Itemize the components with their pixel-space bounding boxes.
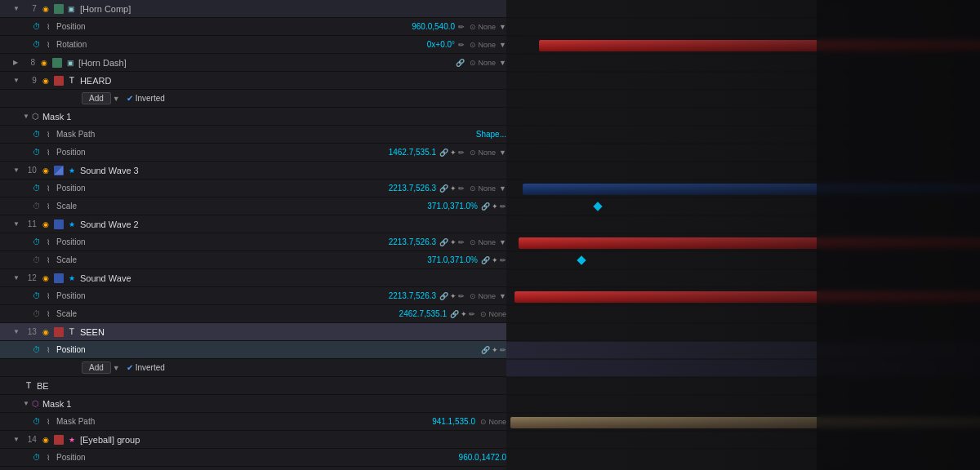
- dropdown-arrow[interactable]: ▼: [499, 23, 506, 31]
- dropdown-arrow[interactable]: ▼: [499, 292, 506, 300]
- property-value: 960.0,540.0: [412, 22, 455, 31]
- dropdown-arrow[interactable]: ▼: [113, 364, 120, 372]
- layer-color: [54, 166, 64, 175]
- inverted-label: Inverted: [136, 94, 165, 103]
- icons-group: 🔗 ✦ ✏: [439, 184, 465, 193]
- dropdown-arrow[interactable]: ▼: [499, 41, 506, 49]
- stopwatch-icon[interactable]: ⏱: [33, 22, 41, 31]
- add-button[interactable]: Add: [82, 361, 111, 374]
- layer-name: HEARD: [80, 76, 506, 86]
- layer-row[interactable]: ▼ 7 ◉ ▣ [Horn Comp]: [0, 0, 506, 18]
- solo-icon: ◉: [40, 273, 51, 284]
- stopwatch-icon[interactable]: ⏱: [33, 417, 41, 426]
- stopwatch-icon[interactable]: ⏱: [33, 202, 41, 211]
- expand-arrow[interactable]: ▼: [13, 274, 20, 282]
- expand-arrow[interactable]: ▶: [13, 59, 18, 66]
- expand-arrow[interactable]: ▼: [13, 328, 20, 335]
- solo-icon: ◉: [38, 57, 50, 69]
- layer-name: SEEN: [80, 327, 506, 337]
- property-row[interactable]: ⏱ ⌇ Scale 371.0,371.0% 🔗 ✦ ✏: [0, 251, 506, 269]
- dropdown-arrow[interactable]: ▼: [499, 149, 506, 157]
- layer-name: Sound Wave 3: [80, 166, 506, 175]
- stopwatch-icon[interactable]: ⏱: [33, 148, 41, 157]
- property-row[interactable]: ⏱ ⌇ Scale 371.0,371.0% 🔗 ✦ ✏: [0, 197, 506, 215]
- layer-row[interactable]: ▼ 14 ◉ ★ [Eyeball] group: [0, 431, 506, 449]
- layer-color: [54, 4, 64, 14]
- expand-arrow[interactable]: ▼: [23, 400, 29, 407]
- property-row[interactable]: ⏱ ⌇ Position 960.0,540.0 ✏ ⊙ None ▼: [0, 18, 506, 36]
- comp-icon: ▣: [65, 57, 76, 69]
- property-value: 2213.7,526.3: [389, 184, 436, 193]
- mask-row[interactable]: ▼ ⬡ Mask 1: [0, 108, 506, 126]
- property-row[interactable]: ⏱ ⌇ Position 2213.7,526.3 🔗 ✦ ✏ ⊙ None ▼: [0, 180, 506, 197]
- expand-arrow[interactable]: ▼: [13, 220, 20, 228]
- dropdown-arrow[interactable]: ▼: [499, 238, 506, 246]
- property-value: 0x+0.0°: [427, 40, 455, 49]
- stopwatch-icon[interactable]: ⏱: [33, 453, 41, 462]
- dropdown-arrow[interactable]: ▼: [113, 95, 120, 103]
- graph-icon: ⌇: [42, 39, 54, 51]
- layer-row[interactable]: ▶ 8 ◉ ▣ [Horn Dash] 🔗 ⊙ None ▼: [0, 54, 506, 72]
- stopwatch-icon[interactable]: ⏱: [33, 309, 41, 318]
- layer-row[interactable]: ▼ 13 ◉ T SEEN: [0, 323, 506, 341]
- property-name: Mask Path: [56, 130, 473, 139]
- rotation-property-row[interactable]: ⏱ ⌇ Rotation 0x+0.0° ✏ ⊙ None ▼: [0, 36, 506, 54]
- star-icon: ✦: [492, 202, 498, 211]
- expand-arrow[interactable]: ▼: [13, 166, 20, 174]
- none-label: ⊙ None: [470, 149, 496, 157]
- layer-number: 9: [22, 76, 37, 85]
- property-row[interactable]: ⏱ ⌇ Position 1462.7,535.1 🔗 ✦ ✏ ⊙ None ▼: [0, 144, 506, 162]
- add-row-2: Add ▼ ✔ Inverted: [0, 359, 506, 377]
- none-label: ⊙ None: [470, 184, 496, 193]
- layer-name: [Horn Comp]: [80, 4, 506, 14]
- stopwatch-icon[interactable]: ⏱: [33, 345, 41, 354]
- layer-name: [Horn Dash]: [78, 58, 456, 68]
- property-row[interactable]: ⏱ ⌇ Mask Path Shape...: [0, 126, 506, 144]
- dropdown-arrow[interactable]: ▼: [499, 59, 506, 67]
- layer-color: [54, 76, 64, 86]
- layer-row[interactable]: ▼ 10 ◉ ★ Sound Wave 3: [0, 162, 506, 180]
- property-value: 371.0,371.0%: [427, 255, 478, 264]
- stopwatch-icon[interactable]: ⏱: [33, 291, 41, 300]
- expand-arrow[interactable]: ▼: [13, 436, 20, 443]
- icons-group: 🔗 ✦ ✏: [450, 310, 475, 318]
- property-row[interactable]: ⏱ ⌇ Position 2213.7,526.3 🔗 ✦ ✏ ⊙ None ▼: [0, 287, 506, 305]
- star-icon: ✦: [450, 184, 457, 193]
- property-row[interactable]: ⏱ ⌇ Position 🔗 ✦ ✏: [0, 341, 506, 359]
- graph-icon: ⌇: [42, 344, 54, 356]
- sublayer-row[interactable]: ▣ [Eyeball] -79.0°: [0, 467, 506, 470]
- main-container: ▼ 7 ◉ ▣ [Horn Comp] ⏱ ⌇ Position 960.0,5…: [0, 0, 980, 470]
- layer-row[interactable]: ▼ 11 ◉ ★ Sound Wave 2: [0, 215, 506, 233]
- property-row[interactable]: ⏱ ⌇ Position 960.0,1472.0: [0, 449, 506, 467]
- property-name: Scale: [56, 202, 424, 211]
- property-name: Position: [56, 22, 408, 31]
- pencil-icon: ✏: [458, 238, 465, 246]
- property-name: Scale: [56, 309, 396, 318]
- layer-name: Sound Wave 2: [80, 219, 506, 229]
- property-row[interactable]: ⏱ ⌇ Position 2213.7,526.3 🔗 ✦ ✏ ⊙ None ▼: [0, 233, 506, 251]
- stopwatch-icon[interactable]: ⏱: [33, 237, 41, 246]
- pencil-icon: ✏: [458, 41, 465, 49]
- layer-row[interactable]: ▼ 9 ◉ T HEARD: [0, 72, 506, 90]
- inverted-label: Inverted: [136, 363, 165, 372]
- expand-arrow[interactable]: ▼: [23, 113, 29, 120]
- property-row[interactable]: ⏱ ⌇ Scale 2462.7,535.1 🔗 ✦ ✏ ⊙ None: [0, 305, 506, 323]
- add-button[interactable]: Add: [82, 92, 111, 104]
- text-layer-row[interactable]: T BE: [0, 377, 506, 395]
- property-row[interactable]: ⏱ ⌇ Mask Path 941.1,535.0 ⊙ None: [0, 413, 506, 431]
- solo-icon: ◉: [40, 219, 51, 230]
- stopwatch-icon[interactable]: ⏱: [33, 40, 41, 49]
- link-icon: 🔗: [439, 238, 448, 246]
- link-icon: 🔗: [439, 149, 448, 157]
- expand-arrow[interactable]: ▼: [13, 5, 20, 12]
- expand-arrow[interactable]: ▼: [13, 77, 20, 84]
- stopwatch-icon[interactable]: ⏱: [33, 184, 41, 193]
- stopwatch-icon[interactable]: ⏱: [33, 130, 41, 139]
- star-icon: ✦: [450, 292, 457, 300]
- layer-row[interactable]: ▼ 12 ◉ ★ Sound Wave: [0, 269, 506, 287]
- property-value: 941.1,535.0: [432, 417, 475, 426]
- mask-row[interactable]: ▼ ⬡ Mask 1: [0, 395, 506, 413]
- dropdown-arrow[interactable]: ▼: [499, 184, 506, 193]
- stopwatch-icon[interactable]: ⏱: [33, 255, 41, 264]
- pencil-icon: ✏: [458, 149, 465, 157]
